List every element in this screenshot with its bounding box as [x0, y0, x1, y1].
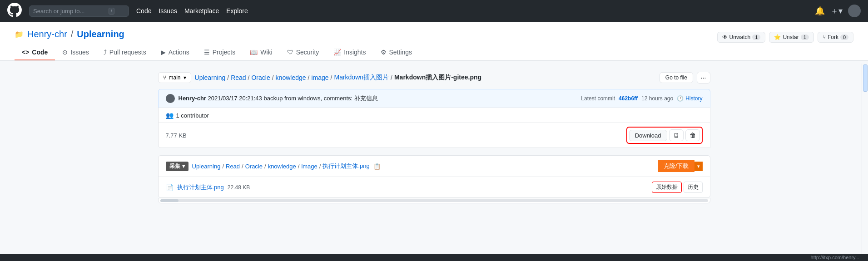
vertical-scrollbar[interactable]: [862, 64, 868, 214]
vertical-scrollbar-thumb[interactable]: [863, 64, 868, 92]
tab-actions[interactable]: ▶ Actions: [154, 45, 197, 60]
star-button[interactable]: ⭐ Unstar 1: [769, 32, 813, 43]
gitee-badge-button[interactable]: 采集 ▾: [166, 162, 188, 171]
gitee-file-icon: 📄: [166, 184, 174, 191]
tab-issues-label: Issues: [70, 49, 89, 56]
top-navbar: / Code Issues Marketplace Explore 🔔 ＋▾: [0, 0, 868, 22]
contributors-icon: 👥: [166, 112, 174, 119]
tab-wiki-label: Wiki: [260, 49, 272, 56]
breadcrumb: Uplearning / Read / Oracle / knowledge /…: [195, 74, 656, 82]
gitee-badge-label: 采集: [169, 163, 180, 170]
monitor-icon-button[interactable]: 🖥: [669, 129, 684, 141]
tab-pull-requests[interactable]: ⤴ Pull requests: [96, 45, 154, 60]
scrollbar-thumb[interactable]: [160, 199, 179, 202]
gitee-bc-oracle[interactable]: Oracle: [245, 163, 263, 170]
nav-explore[interactable]: Explore: [226, 7, 248, 15]
github-logo[interactable]: [7, 3, 22, 20]
gitee-file-actions: 原始数据 历史: [652, 182, 703, 193]
gitee-history-button[interactable]: 历史: [684, 182, 703, 193]
actions-icon: ▶: [161, 49, 166, 56]
clock-icon: 🕐: [677, 95, 684, 102]
breadcrumb-markdown-folder[interactable]: Markdown插入图片: [334, 74, 389, 82]
tab-projects[interactable]: ☰ Projects: [197, 45, 243, 60]
breadcrumb-current-file: Markdown插入图片-gitee.png: [394, 74, 481, 82]
breadcrumb-image[interactable]: image: [311, 74, 328, 81]
tab-code[interactable]: <> Code: [15, 45, 55, 60]
goto-file-button[interactable]: Go to file: [660, 72, 693, 83]
gitee-filename-link[interactable]: 执行计划主体.png: [177, 183, 224, 192]
fork-label: Fork: [828, 34, 838, 40]
raw-data-button[interactable]: 原始数据: [652, 182, 682, 193]
gitee-bc-uplearning[interactable]: Uplearning: [192, 163, 221, 170]
trash-icon-button[interactable]: 🗑: [685, 129, 700, 141]
tab-security-label: Security: [296, 49, 319, 56]
trash-icon: 🗑: [689, 132, 696, 139]
tab-pr-label: Pull requests: [109, 49, 146, 56]
file-nav-row: ⑂ main ▾ Uplearning / Read / Oracle / kn…: [158, 72, 710, 84]
search-box[interactable]: /: [29, 5, 129, 17]
history-button[interactable]: 🕐 History: [677, 95, 702, 102]
gitee-bc-sep-1: /: [222, 163, 224, 170]
top-nav-links: Code Issues Marketplace Explore: [136, 7, 248, 15]
gitee-bc-sep-3: /: [264, 163, 266, 170]
breadcrumb-sep-2: /: [248, 74, 250, 81]
repo-name-link[interactable]: Uplearning: [77, 29, 124, 39]
more-options-button[interactable]: ···: [697, 72, 710, 84]
gitee-section: 采集 ▾ Uplearning / Read / Oracle / knowle…: [158, 155, 710, 198]
breadcrumb-read[interactable]: Read: [231, 74, 246, 81]
pr-icon: ⤴: [104, 49, 107, 56]
tab-issues[interactable]: ⊙ Issues: [55, 45, 96, 60]
main-content: ⑂ main ▾ Uplearning / Read / Oracle / kn…: [144, 61, 725, 214]
breadcrumb-sep-6: /: [391, 74, 392, 81]
commit-hash[interactable]: 462b6ff: [619, 95, 638, 102]
gitee-bc-image[interactable]: image: [301, 163, 317, 170]
notifications-icon[interactable]: 🔔: [815, 6, 825, 16]
nav-pull-requests[interactable]: Code: [136, 7, 151, 15]
fork-button[interactable]: ⑂ Fork 0: [818, 32, 853, 43]
gitee-download-arrow[interactable]: ▾: [694, 162, 703, 171]
settings-icon: ⚙: [381, 49, 387, 56]
gitee-bc-knowledge[interactable]: knowledge: [268, 163, 296, 170]
branch-selector[interactable]: ⑂ main ▾: [158, 72, 191, 83]
commit-bar: Henry-chr 2021/03/17 20:21:43 backup fro…: [158, 89, 710, 108]
repo-owner-link[interactable]: Henry-chr: [27, 29, 67, 39]
branch-icon: ⑂: [163, 74, 166, 81]
issue-icon: ⊙: [62, 49, 68, 56]
gitee-bc-sep-5: /: [319, 163, 321, 170]
gitee-download-button[interactable]: 克隆/下载: [658, 160, 694, 172]
tab-wiki[interactable]: 📖 Wiki: [243, 45, 279, 60]
repo-title: 📁 Henry-chr / Uplearning: [15, 29, 124, 39]
projects-icon: ☰: [204, 49, 210, 56]
breadcrumb-sep-3: /: [272, 74, 274, 81]
breadcrumb-knowledge[interactable]: knowledge: [276, 74, 306, 81]
commit-author: Henry-chr: [179, 95, 206, 102]
horizontal-scrollbar[interactable]: [158, 198, 710, 203]
gitee-bc-filename[interactable]: 执行计划主体.png: [322, 162, 369, 170]
gitee-bc-copy-icon[interactable]: 📋: [373, 163, 381, 170]
fork-count: 0: [840, 34, 848, 40]
gitee-bc-sep-4: /: [298, 163, 300, 170]
tab-security[interactable]: 🛡 Security: [280, 45, 327, 60]
breadcrumb-uplearning[interactable]: Uplearning: [195, 74, 226, 81]
fork-icon: ⑂: [823, 34, 826, 40]
download-button[interactable]: Download: [629, 130, 667, 141]
insights-icon: 📈: [333, 49, 341, 56]
gitee-bc-read[interactable]: Read: [226, 163, 240, 170]
search-input[interactable]: [33, 8, 106, 15]
watch-button[interactable]: 👁 Unwatch 1: [717, 32, 766, 43]
user-avatar[interactable]: [848, 5, 861, 17]
tab-insights[interactable]: 📈 Insights: [326, 45, 373, 60]
tab-settings[interactable]: ⚙ Settings: [373, 45, 420, 60]
breadcrumb-oracle[interactable]: Oracle: [251, 74, 270, 81]
watch-label: Unwatch: [729, 34, 751, 40]
scrollbar-track: [160, 199, 708, 202]
history-label: History: [685, 95, 702, 102]
eye-icon: 👁: [722, 34, 728, 40]
tab-insights-label: Insights: [344, 49, 366, 56]
tab-settings-label: Settings: [389, 49, 412, 56]
nav-marketplace[interactable]: Marketplace: [184, 7, 219, 15]
file-info-bar: 7.77 KB Download 🖥 🗑: [158, 123, 710, 148]
plus-menu-icon[interactable]: ＋▾: [830, 5, 843, 16]
wiki-icon: 📖: [250, 49, 258, 56]
nav-issues[interactable]: Issues: [159, 7, 177, 15]
